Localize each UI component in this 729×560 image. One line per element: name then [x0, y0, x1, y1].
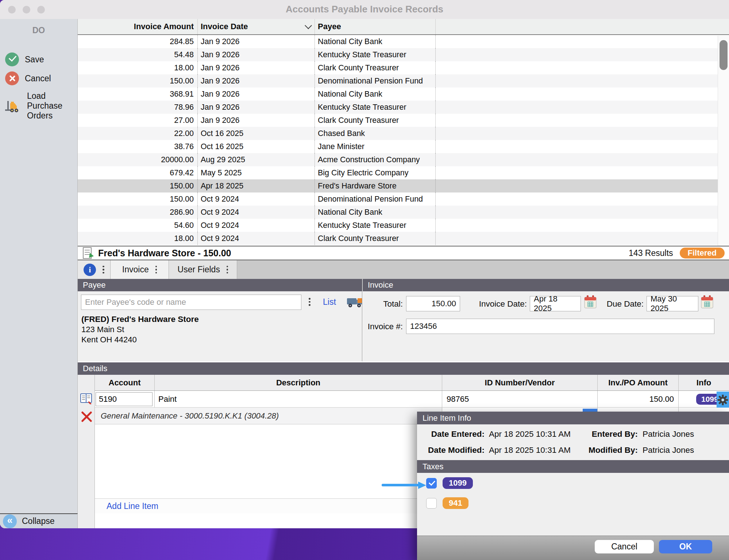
invoice-date-input[interactable]: Apr 18 2025: [530, 296, 581, 311]
add-line-item-link[interactable]: Add Line Item: [107, 501, 158, 511]
window-title: Accounts Payable Invoice Records: [0, 4, 729, 15]
due-date-calendar-icon[interactable]: [701, 295, 714, 310]
kebab-menu-icon[interactable]: [103, 266, 104, 274]
cell-amount: 20000.00: [78, 153, 198, 166]
scrollbar-thumb[interactable]: [720, 40, 728, 70]
cell-filler: [436, 232, 729, 245]
date-entered-label: Date Entered:: [424, 429, 485, 439]
filtered-badge[interactable]: Filtered: [680, 248, 725, 258]
cell-amount: 18.00: [78, 61, 198, 74]
id-vendor-cell[interactable]: 98765: [442, 391, 598, 407]
forklift-icon: [5, 99, 21, 113]
gear-icon: [717, 394, 728, 405]
id-vendor-value: 98765: [442, 394, 469, 404]
truck-icon[interactable]: [346, 296, 363, 308]
table-row[interactable]: 54.60Oct 9 2024Kentucky State Treasurer: [78, 219, 729, 232]
cell-payee: Denominational Pension Fund: [315, 192, 436, 206]
cancel-button[interactable]: Cancel: [595, 540, 654, 553]
invoice-table-body: 284.85Jan 9 2026National City Bank54.48J…: [78, 35, 729, 245]
table-row[interactable]: 284.85Jan 9 2026National City Bank: [78, 35, 729, 48]
selected-record-title: Fred's Hardware Store - 150.00: [98, 248, 231, 258]
payee-address-line2: Kent OH 44240: [81, 335, 137, 345]
account-cell[interactable]: 5190: [95, 391, 155, 407]
table-row[interactable]: 18.00Oct 9 2024Clark County Treasurer: [78, 232, 729, 245]
cell-amount: 54.60: [78, 219, 198, 232]
column-header-invoice-amount[interactable]: Invoice Amount: [78, 19, 198, 34]
invoice-date-calendar-icon[interactable]: [584, 295, 597, 310]
cell-filler: [436, 206, 729, 219]
popup-footer: Cancel OK: [417, 536, 729, 560]
sidebar-item-cancel[interactable]: Cancel: [5, 71, 51, 85]
table-row[interactable]: 150.00Apr 18 2025Fred's Hardware Store: [78, 179, 729, 192]
table-row[interactable]: 18.00Jan 9 2026Clark County Treasurer: [78, 61, 729, 74]
sidebar-item-load-purchase-orders[interactable]: Load Purchase Orders: [5, 91, 71, 121]
invoice-number-label: Invoice #:: [363, 322, 403, 331]
details-column-amount: Inv./PO Amount: [598, 375, 679, 390]
table-row[interactable]: 20000.00Aug 29 2025Acme Construction Com…: [78, 153, 729, 166]
cell-filler: [436, 88, 729, 101]
table-row[interactable]: 54.48Jan 9 2026Kentucky State Treasurer: [78, 48, 729, 61]
tab-user-fields[interactable]: User Fields: [169, 260, 237, 279]
cell-date: Oct 16 2025: [198, 127, 315, 140]
due-date-input[interactable]: May 30 2025: [647, 296, 698, 311]
kebab-menu-icon[interactable]: [155, 266, 157, 274]
ok-button[interactable]: OK: [659, 540, 712, 553]
table-scrollbar[interactable]: [718, 36, 729, 246]
sidebar-item-save[interactable]: Save: [5, 52, 44, 66]
details-line-item-row[interactable]: 5190 Paint 98765 150.00 1099: [95, 391, 729, 408]
table-row[interactable]: 27.00Jan 9 2026Clark County Treasurer: [78, 114, 729, 127]
collapse-button[interactable]: « Collapse: [0, 513, 78, 528]
cell-date: Aug 29 2025: [198, 153, 315, 166]
invoice-panel: Invoice Total: 150.00 Invoice Date: Apr …: [363, 279, 729, 361]
details-table-header: Account Description ID Number/Vendor Inv…: [95, 375, 729, 391]
table-row[interactable]: 22.00Oct 16 2025Chased Bank: [78, 127, 729, 140]
modified-by-value: Patricia Jones: [643, 446, 694, 455]
tax-badge: 1099: [443, 477, 473, 489]
table-row[interactable]: 78.96Jan 9 2026Kentucky State Treasurer: [78, 101, 729, 114]
cell-date: Oct 9 2024: [198, 206, 315, 219]
cell-payee: National City Bank: [315, 88, 436, 101]
tab-invoice-label: Invoice: [122, 265, 149, 275]
description-cell[interactable]: Paint: [155, 391, 442, 407]
column-header-invoice-date[interactable]: Invoice Date: [198, 19, 315, 34]
table-row[interactable]: 150.00Oct 9 2024Denominational Pension F…: [78, 192, 729, 206]
total-input[interactable]: 150.00: [406, 296, 460, 311]
sidebar: DO Save Cancel: [0, 19, 78, 513]
popup-header: Line Item Info: [417, 412, 729, 424]
table-row[interactable]: 150.00Jan 9 2026Denominational Pension F…: [78, 74, 729, 88]
cell-amount: 368.91: [78, 88, 198, 101]
table-row[interactable]: 38.76Oct 16 2025Jane Minister: [78, 140, 729, 153]
line-item-gear-button[interactable]: [717, 392, 729, 408]
cell-payee: Clark County Treasurer: [315, 114, 436, 127]
tax-option: 1099: [426, 477, 473, 489]
cell-filler: [436, 153, 729, 166]
date-modified-label: Date Modified:: [419, 446, 485, 455]
tax-checkbox[interactable]: [426, 478, 437, 489]
save-label: Save: [25, 55, 44, 65]
cell-date: Jan 9 2026: [198, 101, 315, 114]
invoice-panel-header: Invoice: [363, 279, 729, 291]
ledger-icon[interactable]: [80, 393, 93, 405]
amount-cell[interactable]: 150.00: [598, 391, 679, 407]
details-gutter-bottom: [78, 513, 95, 528]
tab-info[interactable]: i: [78, 260, 111, 279]
cell-payee: Fred's Hardware Store: [315, 179, 436, 192]
payee-list-link[interactable]: List: [323, 297, 336, 307]
cell-amount: 22.00: [78, 127, 198, 140]
payee-kebab-menu-icon[interactable]: [309, 298, 310, 306]
invoice-table-header: Invoice Amount Invoice Date Payee: [78, 19, 729, 35]
cell-filler: [436, 166, 729, 179]
cell-date: May 5 2025: [198, 166, 315, 179]
invoice-number-input[interactable]: 123456: [406, 319, 714, 334]
kebab-menu-icon[interactable]: [227, 266, 228, 274]
collapse-chevrons-icon: «: [3, 514, 17, 528]
payee-search-input[interactable]: [81, 295, 301, 310]
table-row[interactable]: 368.91Jan 9 2026National City Bank: [78, 88, 729, 101]
table-row[interactable]: 679.42May 5 2025Big City Electric Compan…: [78, 166, 729, 179]
tab-invoice[interactable]: Invoice: [111, 260, 169, 279]
table-row[interactable]: 286.90Oct 9 2024National City Bank: [78, 206, 729, 219]
account-input[interactable]: 5190: [96, 392, 153, 406]
cell-payee: Kentucky State Treasurer: [315, 219, 436, 232]
column-header-payee[interactable]: Payee: [315, 19, 436, 34]
tax-checkbox[interactable]: [426, 498, 437, 509]
